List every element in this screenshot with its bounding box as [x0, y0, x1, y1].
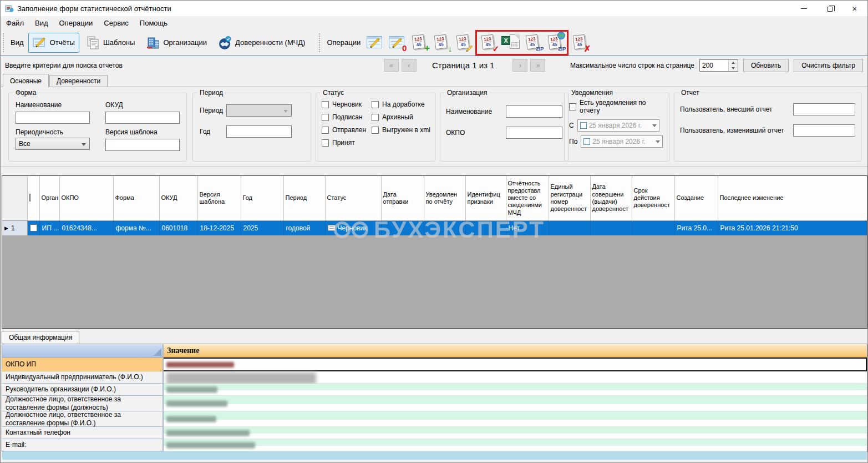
org-name-input[interactable] — [506, 105, 562, 118]
checkbox[interactable] — [322, 127, 329, 134]
close-button[interactable]: × — [842, 1, 867, 16]
col-header[interactable]: Срок действия доверенност — [632, 176, 674, 220]
menu-file[interactable]: Файл — [1, 17, 29, 29]
import-report-button[interactable]: 12345 ↓ — [430, 32, 453, 54]
list-item[interactable]: Индивидуальный предприниматель (Ф.И.О.) — [2, 371, 867, 384]
view-button-reports[interactable]: Отчёты — [28, 33, 79, 53]
view-button-organizations[interactable]: Организации — [141, 33, 211, 53]
list-item[interactable]: Контактный телефон — [2, 427, 867, 439]
col-header[interactable]: Отчётность предоставл вместе со сведения… — [506, 176, 549, 220]
col-header[interactable]: Уведомлен по отчёту — [424, 176, 465, 220]
tab-main[interactable]: Основные — [3, 74, 49, 87]
stepper-up-button[interactable] — [729, 60, 738, 66]
col-header[interactable]: Период — [283, 176, 325, 220]
edit-values-button[interactable]: 12345 — [453, 32, 475, 54]
user-modified-input[interactable] — [793, 124, 855, 137]
menu-help[interactable]: Помощь — [134, 17, 173, 29]
delete-report-button[interactable]: 12345 ✗ — [569, 32, 591, 54]
info-row-value[interactable] — [164, 384, 867, 396]
export-zip-button[interactable]: 12345 ZIP — [522, 32, 544, 54]
menu-operations[interactable]: Операции — [54, 17, 99, 29]
period-select[interactable] — [226, 104, 292, 117]
max-rows-stepper[interactable] — [699, 59, 738, 72]
next-page-button[interactable]: › — [512, 59, 527, 72]
col-header[interactable]: Создание — [674, 176, 718, 220]
status-archived[interactable]: Архивный — [372, 113, 430, 121]
info-header-key[interactable] — [2, 344, 164, 358]
tab-general-info[interactable]: Общая информация — [2, 331, 79, 344]
form-name-input[interactable] — [16, 112, 90, 124]
status-signed[interactable]: Подписан — [322, 113, 366, 121]
view-button-mchd[interactable]: Доверенности (МЧД) — [214, 33, 309, 53]
list-item[interactable]: ОКПО ИП — [2, 358, 867, 371]
col-header[interactable]: Орган — [39, 176, 59, 220]
info-row-value[interactable] — [164, 427, 867, 439]
edit-report-zero-button[interactable]: 0 — [386, 32, 408, 54]
col-header[interactable]: Форма — [113, 176, 159, 220]
list-item[interactable]: Должностное лицо, ответственное за соста… — [2, 411, 867, 427]
template-version-input[interactable] — [105, 139, 180, 151]
refresh-button[interactable]: Обновить — [743, 59, 789, 72]
col-header[interactable]: ОКПО — [59, 176, 113, 220]
select-all-checkbox[interactable] — [29, 194, 31, 202]
col-header[interactable]: Дата совершени (выдачи) доверенност — [590, 176, 632, 220]
check-report-button[interactable]: 12345 ✓ — [478, 32, 500, 54]
status-rework[interactable]: На доработке — [372, 100, 430, 108]
max-rows-input[interactable] — [700, 60, 728, 71]
info-row-value[interactable] — [164, 439, 867, 451]
info-header-value[interactable]: Значение — [164, 344, 867, 358]
okpo-input[interactable] — [506, 127, 562, 139]
checkbox[interactable] — [372, 127, 379, 134]
col-header[interactable]: Версия шаблона — [197, 176, 241, 220]
info-row-value[interactable] — [164, 371, 867, 384]
table-row[interactable]: 1 ИП ... 01624348... форма №... 0601018 … — [2, 220, 867, 235]
checkbox[interactable] — [372, 114, 379, 121]
info-row-value[interactable] — [164, 358, 867, 371]
user-created-input[interactable] — [793, 103, 855, 115]
clear-filter-button[interactable]: Очистить фильтр — [794, 59, 863, 72]
date-from-picker[interactable]: 25 января 2026 г. — [577, 119, 659, 132]
status-xml[interactable]: Выгружен в xml — [372, 126, 430, 134]
checkbox[interactable] — [322, 139, 329, 147]
info-row-value[interactable] — [164, 411, 867, 427]
date-to-picker[interactable]: 25 января 2026 г. — [581, 135, 663, 148]
first-page-button[interactable]: « — [384, 59, 399, 72]
col-header[interactable]: Год — [241, 176, 283, 220]
col-header[interactable]: Единый регистраци номер доверенност — [549, 176, 590, 220]
list-item[interactable]: E-mail: — [2, 439, 867, 451]
menu-service[interactable]: Сервис — [98, 17, 134, 29]
status-draft[interactable]: Черновик — [322, 100, 366, 108]
date-checkbox[interactable] — [580, 122, 587, 129]
last-page-button[interactable]: » — [530, 59, 545, 72]
stepper-down-button[interactable] — [729, 66, 738, 71]
tab-attorneys[interactable]: Доверенности — [49, 75, 108, 87]
year-input[interactable] — [226, 125, 292, 138]
info-row-value[interactable] — [164, 396, 867, 411]
okud-input[interactable] — [105, 112, 180, 124]
periodicity-select[interactable]: Все — [16, 138, 90, 150]
checkbox[interactable] — [569, 103, 576, 110]
list-item[interactable]: Должностное лицо, ответственное за соста… — [2, 396, 867, 411]
col-header[interactable]: Дата отправки — [381, 176, 424, 220]
add-report-button[interactable]: 12345 + — [408, 32, 430, 54]
prev-page-button[interactable]: ‹ — [402, 59, 417, 72]
checkbox[interactable] — [322, 101, 329, 108]
export-web-zip-button[interactable]: 12345 ZIP — [544, 32, 566, 54]
minimize-button[interactable] — [791, 1, 816, 16]
restore-button[interactable] — [816, 1, 842, 16]
menu-view[interactable]: Вид — [29, 17, 54, 29]
status-sent[interactable]: Отправлен — [322, 126, 366, 134]
row-checkbox[interactable] — [30, 224, 37, 232]
col-header[interactable]: Идентифиц признаки — [465, 176, 506, 220]
export-excel-button[interactable]: X — [500, 32, 522, 54]
checkbox[interactable] — [372, 101, 379, 108]
col-header[interactable]: ОКУД — [159, 176, 197, 220]
has-notifications-checkbox-row[interactable]: Есть уведомления по отчёту — [569, 99, 664, 114]
list-item[interactable]: Руководитель организации (Ф.И.О.) — [2, 384, 867, 396]
checkbox[interactable] — [322, 114, 329, 121]
col-header[interactable]: Последнее изменение — [718, 176, 867, 220]
col-header[interactable]: Статус — [325, 176, 381, 220]
row-select-cell[interactable] — [27, 220, 39, 235]
edit-report-button[interactable] — [364, 32, 386, 54]
status-accepted[interactable]: Принят — [322, 139, 366, 147]
